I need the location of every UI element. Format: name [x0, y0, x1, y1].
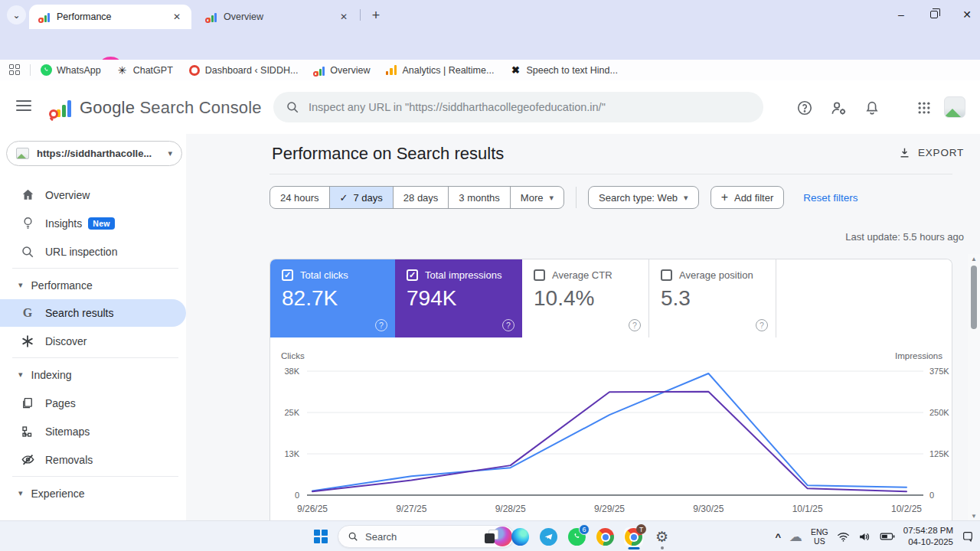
metric-tile-average-position[interactable]: Average position 5.3 ?	[648, 259, 776, 337]
metric-label: Total clicks	[300, 269, 348, 281]
notification-center-icon[interactable]	[962, 530, 974, 543]
language-indicator[interactable]: ENGUS	[811, 527, 828, 546]
last-update-text: Last update: 5.5 hours ago	[845, 231, 964, 243]
sidebar-item-overview[interactable]: Overview	[0, 181, 186, 209]
start-button[interactable]	[314, 530, 328, 543]
performance-card: ✓Total clicks 82.7K ? ✓Total impressions…	[270, 259, 952, 520]
bookmark-analytics[interactable]: Analytics | Realtime...	[385, 64, 494, 77]
metric-tile-average-ctr[interactable]: Average CTR 10.4% ?	[522, 259, 648, 337]
vertical-scrollbar[interactable]: ▲ ▼	[968, 254, 980, 520]
metric-value: 10.4%	[534, 286, 648, 311]
onedrive-cloud-icon[interactable]: ☁	[789, 529, 802, 545]
bookmark-dashboard[interactable]: Dashboard ‹ SIDDH...	[188, 64, 299, 77]
volume-icon[interactable]	[858, 531, 871, 543]
whatsapp-icon: 6	[568, 528, 586, 546]
metric-tile-total-impressions[interactable]: ✓Total impressions 794K ?	[395, 259, 522, 337]
sidebar-item-removals[interactable]: Removals	[0, 445, 186, 474]
metric-value: 5.3	[661, 286, 776, 311]
battery-icon[interactable]	[880, 531, 895, 542]
checkbox-unchecked[interactable]	[534, 269, 545, 281]
telegram-icon	[540, 528, 557, 546]
sidebar-section-performance[interactable]: ▾ Performance	[0, 271, 186, 299]
sidebar-item-pages[interactable]: Pages	[0, 389, 186, 417]
notifications-bell-icon[interactable]	[862, 98, 882, 118]
title-divider	[270, 174, 952, 174]
window-restore-button[interactable]	[926, 7, 942, 22]
speech-site-icon: ✖	[511, 65, 520, 75]
sidebar-item-insights[interactable]: Insights New	[0, 209, 186, 237]
new-tab-button[interactable]: +	[367, 6, 385, 24]
date-range-group: 24 hours ✓7 days 28 days 3 months More▾	[270, 186, 564, 209]
settings-button[interactable]: ⚙	[652, 527, 671, 546]
date-filter-24-hours[interactable]: 24 hours	[270, 187, 330, 208]
date-filter-28-days[interactable]: 28 days	[394, 187, 449, 208]
sidebar-section-indexing[interactable]: ▾ Indexing	[0, 360, 186, 389]
chevron-down-icon: ▾	[18, 488, 23, 498]
bookmark-speech-to-text[interactable]: ✖ Speech to text Hind...	[509, 64, 618, 77]
property-selector[interactable]: https://siddharthacolle... ▾	[6, 141, 182, 166]
sidebar-section-experience[interactable]: ▾ Experience	[0, 479, 186, 507]
bookmark-label: Dashboard ‹ SIDDH...	[205, 65, 299, 76]
window-close-button[interactable]: ✕	[959, 7, 975, 22]
metric-tiles: ✓Total clicks 82.7K ? ✓Total impressions…	[270, 259, 952, 337]
section-label: Performance	[31, 279, 93, 292]
bookmark-chatgpt[interactable]: ✳ ChatGPT	[116, 64, 173, 77]
sitemap-icon	[20, 424, 35, 439]
user-settings-icon[interactable]	[828, 98, 848, 118]
checkbox-checked[interactable]: ✓	[407, 269, 418, 281]
date-filter-3-months[interactable]: 3 months	[449, 187, 510, 208]
metric-tile-total-clicks[interactable]: ✓Total clicks 82.7K ?	[270, 259, 395, 337]
tab-search-button[interactable]: ⌄	[7, 5, 26, 24]
export-button[interactable]: EXPORT	[898, 146, 964, 159]
sidebar-item-discover[interactable]: Discover	[0, 327, 186, 355]
help-question-icon[interactable]: ?	[502, 319, 514, 331]
product-name-primary: Google	[80, 98, 135, 117]
google-apps-grid-icon[interactable]	[914, 98, 934, 118]
bookmark-whatsapp[interactable]: WhatsApp	[40, 64, 101, 77]
checkbox-checked[interactable]: ✓	[282, 269, 293, 281]
edge-button[interactable]	[511, 527, 530, 546]
scroll-up-arrow[interactable]: ▲	[968, 254, 980, 263]
search-type-chip[interactable]: Search type: Web▾	[588, 186, 699, 209]
task-view-button[interactable]	[482, 527, 501, 546]
sidebar-item-url-inspection[interactable]: URL inspection	[0, 237, 186, 266]
whatsapp-button[interactable]: 6	[567, 527, 586, 546]
analytics-icon	[386, 65, 397, 75]
tab-close-icon[interactable]: ✕	[170, 10, 184, 24]
bookmark-label: ChatGPT	[133, 65, 173, 76]
taskbar-clock[interactable]: 07:54:28 PM04-10-2025	[903, 525, 953, 548]
svg-text:38K: 38K	[284, 367, 299, 376]
main-content: Performance on Search results EXPORT 24 …	[186, 134, 980, 520]
url-inspect-search-bar[interactable]: Inspect any URL in "https://siddharthaco…	[273, 92, 763, 122]
date-filter-7-days[interactable]: ✓7 days	[330, 187, 394, 208]
chrome-active-button[interactable]: T	[624, 527, 643, 546]
window-minimize-button[interactable]: –	[893, 7, 910, 22]
sidebar-item-sitemaps[interactable]: Sitemaps	[0, 417, 186, 445]
tab-close-icon[interactable]: ✕	[337, 10, 351, 24]
help-question-icon[interactable]: ?	[375, 319, 387, 331]
tray-chevron-up-icon[interactable]: ^	[775, 531, 781, 543]
scrollbar-thumb[interactable]	[971, 266, 977, 329]
checkbox-unchecked[interactable]	[661, 269, 672, 281]
help-icon[interactable]	[795, 98, 815, 118]
chrome-button[interactable]	[596, 527, 615, 546]
reset-filters-link[interactable]: Reset filters	[803, 192, 858, 204]
account-avatar[interactable]	[944, 96, 965, 118]
sidebar-item-search-results[interactable]: G Search results	[0, 299, 186, 327]
telegram-button[interactable]	[539, 527, 558, 546]
bookmark-overview[interactable]: Overview	[313, 64, 370, 77]
tab-performance[interactable]: Performance ✕	[29, 5, 191, 29]
check-icon: ✓	[284, 270, 291, 280]
performance-line-chart[interactable]: ClicksImpressions0013K125K25K250K38K375K…	[270, 337, 952, 520]
apps-shortcut-icon[interactable]	[9, 64, 21, 76]
tab-overview[interactable]: Overview ✕	[196, 5, 358, 29]
help-question-icon[interactable]: ?	[629, 319, 641, 331]
task-view-icon	[485, 530, 499, 544]
date-filter-more[interactable]: More▾	[511, 187, 564, 208]
add-filter-chip[interactable]: +Add filter	[710, 186, 785, 209]
help-question-icon[interactable]: ?	[756, 319, 768, 331]
wifi-icon[interactable]	[837, 531, 850, 543]
search-console-favicon	[205, 11, 217, 23]
menu-hamburger-icon[interactable]	[16, 100, 31, 111]
scroll-down-arrow[interactable]: ▼	[968, 511, 980, 520]
